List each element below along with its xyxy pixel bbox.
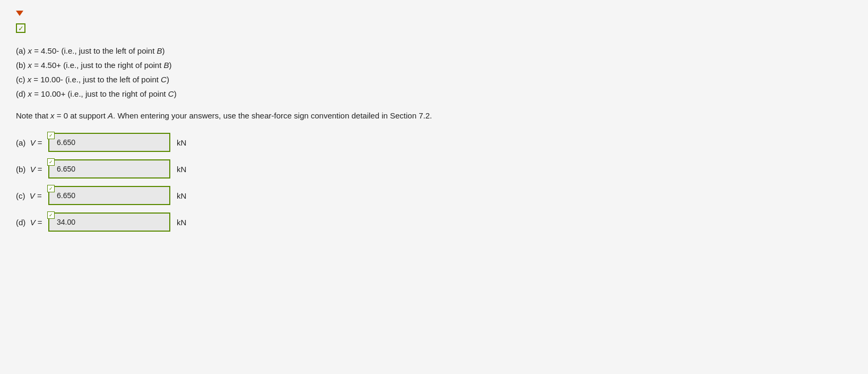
answer-check-icon-a: ✓	[47, 132, 55, 139]
answer-input-d[interactable]	[48, 212, 170, 232]
question-b: (b) x = 4.50+ (i.e., just to the right o…	[16, 58, 852, 72]
answer-unit-a: kN	[177, 138, 186, 147]
answer-row-c: (c) V =✓kN	[16, 186, 852, 205]
answer-label-a: (a) V =	[16, 138, 45, 147]
answer-check-icon-d: ✓	[47, 211, 55, 219]
answer-label-c: (c) V =	[16, 191, 45, 200]
answer-check-icon-c: ✓	[47, 185, 55, 192]
correct-row: ✓	[16, 23, 852, 33]
part-header	[16, 11, 852, 16]
question-a: (a) x = 4.50- (i.e., just to the left of…	[16, 44, 852, 58]
answer-unit-c: kN	[177, 191, 186, 200]
answer-unit-b: kN	[177, 165, 186, 174]
answer-row-d: (d) V =✓kN	[16, 212, 852, 232]
answer-input-b[interactable]	[48, 159, 170, 178]
questions-list: (a) x = 4.50- (i.e., just to the left of…	[16, 44, 852, 101]
triangle-icon	[16, 11, 23, 16]
answer-input-wrapper-b: ✓	[48, 159, 170, 178]
answers-container: (a) V =✓kN(b) V =✓kN(c) V =✓kN(d) V =✓kN	[16, 133, 852, 232]
answer-input-wrapper-c: ✓	[48, 186, 170, 205]
answer-label-b: (b) V =	[16, 165, 45, 174]
question-c: (c) x = 10.00- (i.e., just to the left o…	[16, 72, 852, 87]
answer-label-d: (d) V =	[16, 218, 45, 227]
note-text: Note that x = 0 at support A. When enter…	[16, 109, 852, 122]
answer-check-icon-b: ✓	[47, 158, 55, 166]
question-d: (d) x = 10.00+ (i.e., just to the right …	[16, 87, 852, 101]
answer-input-c[interactable]	[48, 186, 170, 205]
correct-checkbox-icon: ✓	[16, 23, 25, 33]
answer-input-wrapper-d: ✓	[48, 212, 170, 232]
answer-row-a: (a) V =✓kN	[16, 133, 852, 152]
answer-input-wrapper-a: ✓	[48, 133, 170, 152]
answer-unit-d: kN	[177, 218, 186, 227]
answer-input-a[interactable]	[48, 133, 170, 152]
checkmark-icon: ✓	[18, 25, 24, 32]
answer-row-b: (b) V =✓kN	[16, 159, 852, 178]
